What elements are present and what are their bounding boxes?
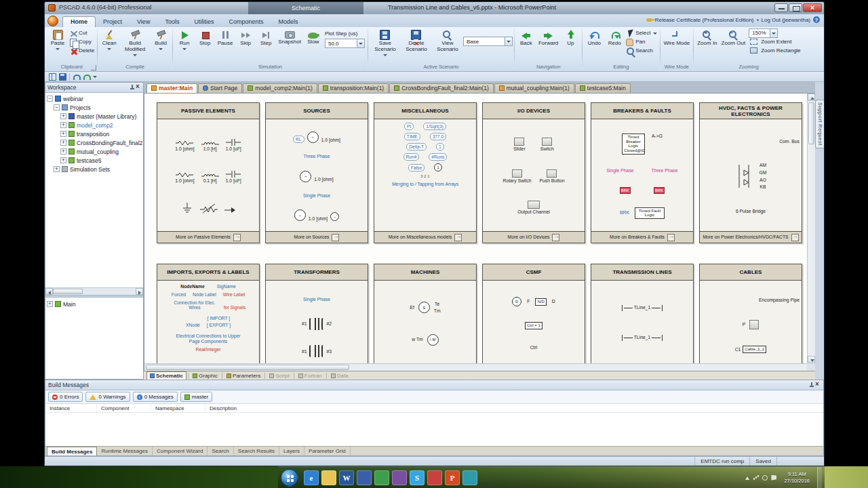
save-scenario-button[interactable]: Save Scenario xyxy=(370,28,401,56)
taskbar-powerpoint-icon[interactable]: P xyxy=(445,470,460,485)
scroll-down-icon[interactable] xyxy=(808,356,815,363)
tree-item-simulation-sets[interactable]: Simulation Sets xyxy=(47,165,143,174)
canvas-horizontal-scrollbar[interactable] xyxy=(144,363,807,371)
copy-button[interactable]: Copy xyxy=(68,37,96,46)
view-tab-schematic[interactable]: Schematic xyxy=(146,371,186,380)
zoom-in-button[interactable]: +Zoom In xyxy=(695,28,719,47)
doc-tab-mutual-coupling[interactable]: mutual_coupling:Main(1) xyxy=(494,83,574,93)
build-modified-button[interactable]: Build Modified xyxy=(119,28,151,56)
tab-project[interactable]: Project xyxy=(96,17,130,27)
redo-icon[interactable] xyxy=(83,73,90,81)
tab-parameter-grid[interactable]: Parameter Grid xyxy=(304,447,351,455)
taskbar-app-icon[interactable] xyxy=(374,470,389,485)
step-button[interactable]: Step xyxy=(256,28,276,47)
undo-button[interactable]: Undo xyxy=(584,28,604,47)
expander-icon[interactable] xyxy=(54,104,60,110)
undo-icon[interactable] xyxy=(73,73,80,81)
column-description[interactable]: Description xyxy=(205,404,823,412)
taskbar-app-icon[interactable] xyxy=(392,470,407,485)
message-list[interactable] xyxy=(45,413,823,446)
tray-expand-icon[interactable] xyxy=(745,475,750,481)
taskbar-app-icon[interactable] xyxy=(462,470,477,485)
tab-components[interactable]: Components xyxy=(221,17,271,27)
more-link[interactable]: More on Power Electronics/HVDC/FACTS xyxy=(700,231,802,243)
scrollbar-thumb[interactable] xyxy=(808,102,814,144)
snapshot-button[interactable]: Snapshot xyxy=(276,28,303,45)
project-filter-button[interactable]: master xyxy=(180,392,212,402)
volume-icon[interactable] xyxy=(762,475,768,481)
search-button[interactable]: Search xyxy=(625,46,658,55)
expander-icon[interactable] xyxy=(60,113,66,119)
select-button[interactable]: Select xyxy=(625,28,658,37)
arrow-button[interactable] xyxy=(552,234,559,241)
scrollbar-thumb[interactable] xyxy=(146,365,349,370)
doc-tab-testcase5[interactable]: testcase5:Main xyxy=(575,83,631,93)
support-request-tab[interactable]: Support Request xyxy=(815,100,824,148)
up-button[interactable]: Up xyxy=(560,28,580,47)
view-tab-data[interactable]: Data xyxy=(328,371,351,380)
view-tab-graphic[interactable]: Graphic xyxy=(190,371,220,380)
plot-step-combo[interactable]: 50.0 xyxy=(325,39,365,48)
tab-layers[interactable]: Layers xyxy=(279,447,304,455)
back-button[interactable]: Back xyxy=(516,28,536,47)
expander-icon[interactable] xyxy=(60,140,66,146)
taskbar-clock[interactable]: 9:11 AM 27/10/2016 xyxy=(780,471,814,485)
taskbar-app-icon[interactable] xyxy=(427,470,442,485)
view-tab-parameters[interactable]: Parameters xyxy=(224,371,263,380)
column-component[interactable]: Component xyxy=(97,404,151,412)
tree-item-testcase5[interactable]: testcase5 xyxy=(47,156,143,165)
canvas-vertical-scrollbar[interactable] xyxy=(807,94,815,363)
messages-filter-button[interactable]: i0 Messages xyxy=(133,392,178,402)
tree-item-master[interactable]: master (Master Library) xyxy=(47,112,143,121)
expander-icon[interactable] xyxy=(60,157,66,163)
taskbar-internet-explorer-icon[interactable]: e xyxy=(304,470,319,485)
expander-icon[interactable] xyxy=(47,301,53,307)
delete-scenario-button[interactable]: Delete Scenario xyxy=(401,28,432,53)
expander-icon[interactable] xyxy=(47,96,53,102)
tree-item-crossbondingfault[interactable]: CrossBondingFault_final2 xyxy=(47,138,143,147)
logout-link[interactable]: Log Out (jeewantha) xyxy=(762,17,811,23)
zoom-level-combo[interactable]: 150% xyxy=(747,28,802,37)
taskbar-app-icon[interactable] xyxy=(357,470,372,485)
action-center-icon[interactable] xyxy=(771,475,776,481)
redo-button[interactable]: Redo xyxy=(604,28,625,47)
tab-home[interactable]: Home xyxy=(62,16,96,27)
expander-icon[interactable] xyxy=(60,148,66,155)
scroll-left-icon[interactable] xyxy=(45,288,53,295)
close-icon[interactable] xyxy=(814,382,821,388)
tab-runtime-messages[interactable]: Runtime Messages xyxy=(97,447,152,455)
title-bar[interactable]: PSCAD 4.6.0 (64-bit) Professional Schema… xyxy=(45,2,824,14)
arrow-button[interactable] xyxy=(454,234,462,241)
workspace-horizontal-scrollbar[interactable] xyxy=(45,287,143,295)
zoom-out-button[interactable]: −Zoom Out xyxy=(719,28,748,47)
expander-icon[interactable] xyxy=(60,131,66,137)
tab-tools[interactable]: Tools xyxy=(157,17,186,27)
pan-button[interactable]: Pan xyxy=(625,37,658,46)
cut-button[interactable]: Cut xyxy=(68,28,96,37)
skip-button[interactable]: Skip xyxy=(235,28,256,47)
build-button[interactable]: Build xyxy=(151,28,171,50)
tab-component-wizard[interactable]: Component Wizard xyxy=(153,447,208,455)
arrow-button[interactable] xyxy=(332,234,339,241)
expander-icon[interactable] xyxy=(54,166,60,172)
tab-models[interactable]: Models xyxy=(271,17,305,27)
zoom-extent-button[interactable]: Zoom Extent xyxy=(747,37,802,46)
view-tab-script[interactable]: Script xyxy=(267,371,292,380)
toolbar-options-icon[interactable] xyxy=(93,76,97,78)
wire-mode-button[interactable]: Wire Mode xyxy=(662,28,692,47)
view-tab-fortran[interactable]: Fortran xyxy=(296,371,325,380)
doc-tab-master-main[interactable]: master:Main xyxy=(146,83,197,93)
stop-button[interactable]: Stop xyxy=(195,28,215,47)
tree-item-model-comp2[interactable]: model_comp2 xyxy=(47,121,143,129)
scrollbar-thumb[interactable] xyxy=(53,289,83,294)
scroll-right-icon[interactable] xyxy=(136,288,143,295)
dialog-launcher-icon[interactable] xyxy=(91,65,96,70)
scenario-combo[interactable]: Base xyxy=(463,37,513,46)
tree-item-projects[interactable]: Projects xyxy=(47,103,143,112)
show-desktop-button[interactable] xyxy=(817,467,822,488)
maximize-button[interactable] xyxy=(789,3,802,12)
tree-item-mutual-coupling[interactable]: mutual_coupling xyxy=(47,147,143,156)
run-button[interactable]: Run xyxy=(174,28,195,50)
scroll-up-icon[interactable] xyxy=(808,94,815,101)
tab-build-messages[interactable]: Build Messages xyxy=(47,447,97,455)
